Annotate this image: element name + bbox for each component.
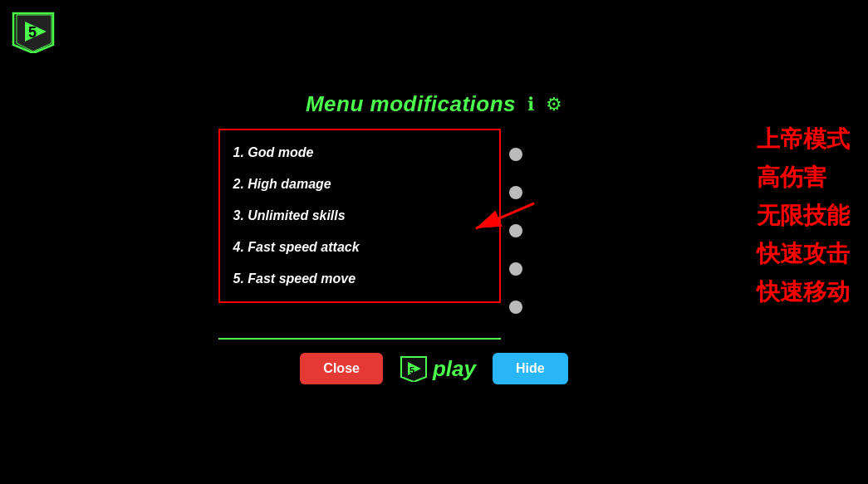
page-title: Menu modifications — [306, 91, 516, 117]
radio-dot-4[interactable] — [509, 250, 522, 288]
app-logo: 5 — [10, 10, 56, 53]
item-label-3: 3. Unlimited skills — [233, 208, 486, 223]
list-item[interactable]: 3. Unlimited skills — [233, 200, 486, 232]
list-item[interactable]: 2. High damage — [233, 169, 486, 200]
item-label-1: 1. God mode — [233, 145, 486, 160]
list-item[interactable]: 1. God mode — [233, 137, 486, 169]
close-button[interactable]: Close — [300, 353, 383, 384]
svg-text:5: 5 — [409, 365, 414, 375]
svg-text:5: 5 — [28, 24, 37, 41]
dots-column — [509, 129, 522, 333]
main-content: Menu modifications ℹ ⚙ 1. God mode 2. Hi… — [218, 91, 650, 384]
chinese-labels: 上帝模式 高伤害 无限技能 快速攻击 快速移动 — [757, 120, 850, 311]
radio-dot-3[interactable] — [509, 212, 522, 250]
chinese-label-2: 高伤害 — [757, 159, 850, 197]
radio-dot-5[interactable] — [509, 288, 522, 326]
play-label: play — [433, 356, 476, 382]
button-row: Close 5 play Hide — [218, 353, 650, 384]
menu-box: 1. God mode 2. High damage 3. Unlimited … — [218, 129, 501, 303]
title-row: Menu modifications ℹ ⚙ — [218, 91, 650, 117]
radio-dot-2[interactable] — [509, 174, 522, 212]
divider — [218, 338, 501, 340]
radio-dot-1[interactable] — [509, 135, 522, 174]
item-label-5: 5. Fast speed move — [233, 271, 486, 286]
item-label-4: 4. Fast speed attack — [233, 240, 486, 255]
chinese-label-5: 快速移动 — [757, 273, 850, 311]
list-area: 1. God mode 2. High damage 3. Unlimited … — [218, 129, 650, 333]
chinese-label-3: 无限技能 — [757, 197, 850, 235]
item-label-2: 2. High damage — [233, 177, 486, 192]
list-item[interactable]: 4. Fast speed attack — [233, 232, 486, 263]
list-item[interactable]: 5. Fast speed move — [233, 263, 486, 295]
settings-icon[interactable]: ⚙ — [546, 94, 562, 115]
play-button[interactable]: 5 play — [400, 355, 476, 382]
info-icon[interactable]: ℹ — [527, 94, 534, 115]
chinese-label-1: 上帝模式 — [757, 120, 850, 159]
chinese-label-4: 快速攻击 — [757, 235, 850, 273]
hide-button[interactable]: Hide — [493, 353, 568, 384]
